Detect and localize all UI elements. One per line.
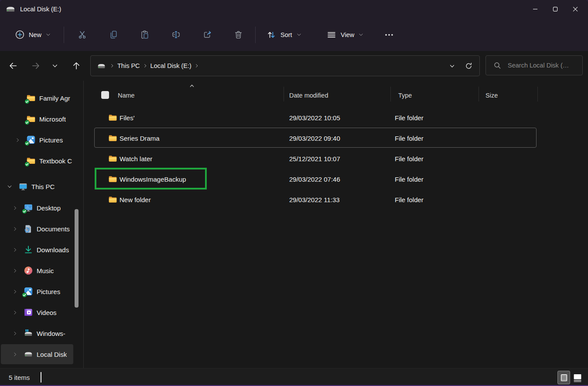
chevron-right-icon[interactable]: [12, 226, 18, 232]
table-row-files[interactable]: Files' 29/03/2022 10:05 File folder: [84, 107, 588, 128]
column-separator[interactable]: [537, 87, 538, 102]
window-chrome: Local Disk (E:) New S: [0, 0, 588, 51]
status-separator: [41, 372, 41, 383]
chevron-right-icon[interactable]: [12, 205, 18, 211]
cut-button[interactable]: [72, 25, 92, 44]
sidebar-item-textbook[interactable]: Textbook C: [1, 151, 73, 171]
paste-button[interactable]: [135, 25, 154, 44]
sort-button[interactable]: Sort: [262, 25, 306, 44]
sidebar-item-microsoft[interactable]: Microsoft: [1, 109, 73, 129]
folder-icon: [108, 174, 117, 183]
toolbar-separator: [64, 27, 64, 43]
chevron-right-icon[interactable]: [15, 137, 21, 143]
view-icon: [326, 30, 337, 40]
sidebar-item-music[interactable]: Music: [1, 261, 73, 281]
sidebar-item-windows-drive[interactable]: Windows-: [1, 323, 73, 343]
sidebar-item-desktop[interactable]: Desktop: [1, 198, 73, 218]
forward-icon: [31, 61, 41, 71]
rename-button[interactable]: [166, 25, 185, 44]
refresh-button[interactable]: [460, 58, 477, 74]
breadcrumb-local-disk[interactable]: Local Disk (E:): [149, 62, 193, 69]
column-header-type[interactable]: Type: [398, 92, 412, 99]
table-row-windows-image-backup[interactable]: WindowsImageBackup 29/03/2022 07:46 File…: [84, 169, 588, 189]
sidebar-item-family[interactable]: Family Agr: [1, 88, 73, 108]
file-type: File folder: [395, 134, 424, 142]
column-header-date-modified[interactable]: Date modified: [289, 92, 328, 99]
minimize-button[interactable]: [525, 0, 545, 18]
file-explorer-window: Local Disk (E:) New S: [0, 0, 588, 386]
chevron-right-icon[interactable]: [12, 310, 18, 315]
sidebar-item-label: Desktop: [37, 204, 61, 212]
computer-icon: [18, 182, 28, 191]
file-date-modified: 29/03/2022 07:46: [289, 175, 340, 183]
table-row-series-drama[interactable]: Series Drama 29/03/2022 09:40 File folde…: [84, 128, 588, 148]
chevron-right-icon[interactable]: [12, 352, 18, 357]
new-button[interactable]: New: [10, 25, 55, 44]
title-bar: Local Disk (E:): [0, 0, 588, 18]
sidebar-item-pictures-onedrive[interactable]: Pictures: [1, 130, 73, 150]
plus-icon: [15, 30, 25, 40]
command-toolbar: New Sort View: [0, 18, 588, 51]
sidebar-item-videos[interactable]: Videos: [1, 302, 73, 322]
drive-icon: [24, 349, 33, 359]
details-view-button[interactable]: [557, 371, 570, 384]
column-separator[interactable]: [479, 87, 479, 102]
sidebar-scrollbar[interactable]: [75, 209, 79, 308]
chevron-right-icon: [109, 63, 115, 68]
sidebar-item-downloads[interactable]: Downloads: [1, 240, 73, 260]
copy-button[interactable]: [104, 25, 123, 44]
table-row-new-folder[interactable]: New folder 29/03/2022 11:33 File folder: [84, 189, 588, 210]
window-title: Local Disk (E:): [20, 6, 61, 13]
chevron-down-icon: [51, 62, 58, 69]
file-type: File folder: [395, 155, 424, 162]
music-icon: [24, 266, 33, 275]
breadcrumb-this-pc[interactable]: This PC: [116, 62, 142, 69]
chevron-right-icon[interactable]: [12, 289, 18, 295]
chevron-right-icon[interactable]: [12, 331, 18, 336]
chevron-down-icon[interactable]: [7, 183, 13, 190]
sidebar-item-label: Textbook C: [39, 157, 72, 165]
column-header-size[interactable]: Size: [485, 92, 498, 99]
file-rows: Files' 29/03/2022 10:05 File folder Seri…: [84, 107, 588, 210]
column-separator[interactable]: [390, 87, 391, 102]
chevron-right-icon[interactable]: [12, 247, 18, 253]
chevron-right-icon: [143, 63, 148, 68]
up-button[interactable]: [67, 56, 86, 75]
file-date-modified: 29/03/2022 10:05: [289, 114, 340, 121]
forward-button[interactable]: [26, 56, 45, 75]
delete-button[interactable]: [229, 25, 248, 44]
back-button[interactable]: [3, 56, 23, 75]
sync-check-badge-icon: [24, 162, 30, 167]
sidebar-item-local-disk[interactable]: Local Disk: [1, 344, 73, 364]
close-button[interactable]: [565, 0, 585, 18]
sync-check-badge-icon: [22, 292, 27, 298]
downloads-icon: [24, 245, 33, 254]
rename-icon: [171, 30, 181, 40]
view-button[interactable]: View: [322, 25, 368, 44]
share-button[interactable]: [198, 25, 217, 44]
sidebar-item-label: Downloads: [37, 246, 69, 254]
select-all-checkbox[interactable]: [101, 91, 109, 99]
see-more-button[interactable]: [379, 25, 399, 44]
file-type: File folder: [395, 175, 424, 183]
sidebar-item-pictures[interactable]: Pictures: [1, 281, 73, 301]
maximize-button[interactable]: [545, 0, 565, 18]
details-view-icon: [559, 372, 569, 383]
column-separator[interactable]: [284, 87, 284, 102]
table-row-watch-later[interactable]: Watch later 25/12/2021 10:07 File folder: [84, 148, 588, 169]
maximize-icon: [550, 4, 560, 14]
thumbnails-view-button[interactable]: [571, 371, 584, 384]
sidebar-item-label: This PC: [31, 183, 55, 190]
navigation-pane: Family Agr Microsoft Pictures Textbook C…: [0, 81, 84, 368]
sidebar-item-this-pc[interactable]: This PC: [1, 176, 73, 196]
sidebar-item-documents[interactable]: Documents: [1, 219, 73, 239]
delete-icon: [233, 30, 243, 40]
address-bar[interactable]: This PC Local Disk (E:): [90, 55, 480, 76]
search-input[interactable]: [507, 61, 582, 69]
column-header-name[interactable]: Name: [118, 92, 135, 99]
chevron-right-icon[interactable]: [12, 268, 18, 274]
status-bar: 5 items: [0, 368, 588, 386]
address-dropdown-button[interactable]: [444, 58, 460, 74]
recent-locations-button[interactable]: [47, 56, 63, 75]
chevron-down-icon: [45, 32, 51, 37]
